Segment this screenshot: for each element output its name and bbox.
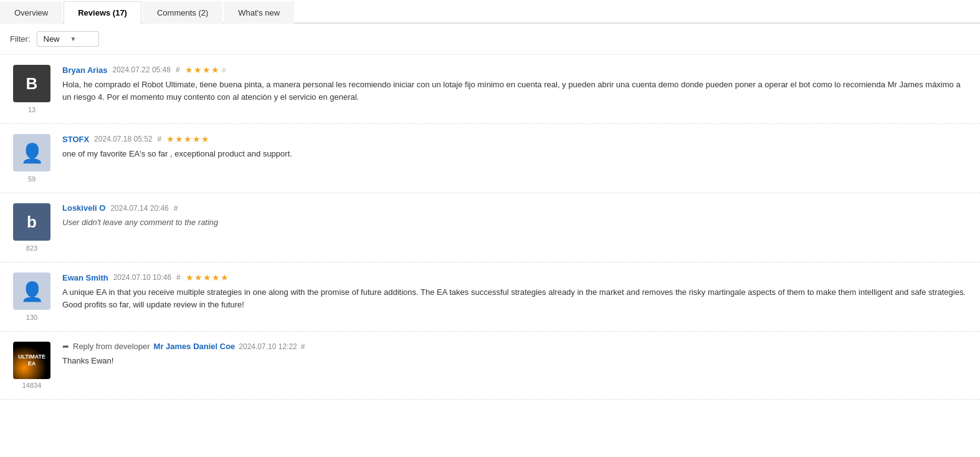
review-text: one of my favorite EA's so far , excepti…	[62, 148, 970, 160]
reply-header: ➦ Reply from developer Mr James Daniel C…	[62, 342, 970, 351]
filter-value: New	[44, 34, 65, 44]
review-text: User didn't leave any comment to the rat…	[62, 216, 970, 229]
review-main: b 823 Loskiveli O 2024.07.14 20:46 # Use…	[10, 203, 970, 252]
avatar-col: 👤 59	[10, 134, 54, 183]
review-text: A unique EA in that you receive multiple…	[62, 286, 970, 310]
tab-comments[interactable]: Comments (2)	[143, 1, 222, 24]
review-header: STOFX 2024.07.18 05:52 # ★★★★★	[62, 134, 970, 144]
star-rating: ★★★★★	[185, 65, 228, 75]
review-content: STOFX 2024.07.18 05:52 # ★★★★★ one of my…	[62, 134, 970, 183]
reply-content: ➦ Reply from developer Mr James Daniel C…	[62, 342, 970, 389]
reviewer-name[interactable]: Bryan Arias	[62, 65, 108, 75]
avatar: b	[13, 203, 50, 241]
review-item: B 13 Bryan Arias 2024.07.22 05:48 # ★★★★…	[0, 55, 980, 124]
review-date: 2024.07.22 05:48	[113, 65, 171, 74]
review-date: 2024.07.14 20:46	[110, 204, 168, 213]
review-hash-link[interactable]: #	[176, 273, 181, 282]
review-content: Ewan Smith 2024.07.10 10:46 # ★★★★★ A un…	[62, 272, 970, 321]
filter-dropdown[interactable]: New ▼	[37, 31, 99, 47]
reviewer-name[interactable]: STOFX	[62, 135, 89, 144]
star-icon: ★	[202, 65, 211, 75]
review-main: B 13 Bryan Arias 2024.07.22 05:48 # ★★★★…	[10, 65, 970, 113]
star-icon: ★	[184, 134, 192, 144]
star-icon: ★	[194, 65, 202, 75]
star-icon: ★	[166, 134, 174, 144]
tab-whatsnew[interactable]: What's new	[224, 1, 294, 24]
star-icon: ★	[203, 272, 211, 282]
avatar: 👤	[13, 272, 50, 310]
filter-bar: Filter: New ▼	[0, 24, 980, 55]
review-date: 2024.07.10 10:46	[113, 273, 171, 282]
star-icon: ★	[175, 134, 183, 144]
avatar-count: 59	[28, 175, 36, 183]
avatar-count: 13	[28, 106, 36, 113]
star-rating: ★★★★★	[166, 134, 209, 144]
review-hash-link[interactable]: #	[174, 204, 178, 213]
review-content: Loskiveli O 2024.07.14 20:46 # User didn…	[62, 203, 970, 252]
avatar-col: B 13	[10, 65, 54, 113]
review-item: 👤 59 STOFX 2024.07.18 05:52 # ★★★★★ one …	[0, 124, 980, 193]
review-header: Bryan Arias 2024.07.22 05:48 # ★★★★★	[62, 65, 970, 75]
avatar-count: 130	[26, 314, 37, 321]
avatar: B	[13, 65, 50, 102]
star-rating: ★★★★★	[186, 272, 229, 282]
avatar-count: 823	[26, 244, 37, 252]
star-icon: ★	[186, 272, 194, 282]
avatar: 👤	[13, 134, 50, 171]
review-item: b 823 Loskiveli O 2024.07.14 20:46 # Use…	[0, 193, 980, 262]
review-text: Hola, he comprado el Robot Ultimate, tie…	[62, 79, 970, 103]
review-hash-link[interactable]: #	[176, 65, 180, 74]
review-hash-link[interactable]: #	[158, 135, 162, 143]
tab-overview[interactable]: Overview	[0, 1, 62, 24]
star-icon: ★	[211, 65, 219, 75]
reply-hash-link[interactable]: #	[301, 342, 305, 351]
reply-from-label: Reply from developer	[73, 342, 150, 351]
star-icon: ★	[220, 65, 228, 75]
reviewer-name[interactable]: Ewan Smith	[62, 273, 108, 282]
star-icon: ★	[201, 134, 209, 144]
star-icon: ★	[185, 65, 193, 75]
tab-reviews[interactable]: Reviews (17)	[64, 1, 141, 24]
reply-item: ULTIMATEEA 14834 ➦ Reply from developer …	[0, 332, 980, 400]
reviewer-name[interactable]: Loskiveli O	[62, 203, 105, 213]
review-main: 👤 59 STOFX 2024.07.18 05:52 # ★★★★★ one …	[10, 134, 970, 183]
review-item: 👤 130 Ewan Smith 2024.07.10 10:46 # ★★★★…	[0, 262, 980, 332]
star-icon: ★	[193, 134, 201, 144]
reviews-list: B 13 Bryan Arias 2024.07.22 05:48 # ★★★★…	[0, 55, 980, 400]
review-main: 👤 130 Ewan Smith 2024.07.10 10:46 # ★★★★…	[10, 272, 970, 321]
reply-date: 2024.07.10 12:22	[239, 342, 297, 351]
filter-label: Filter:	[10, 34, 31, 44]
star-icon: ★	[212, 272, 220, 282]
star-icon: ★	[221, 272, 229, 282]
reply-avatar-col: ULTIMATEEA 14834	[10, 342, 54, 389]
review-date: 2024.07.18 05:52	[94, 135, 152, 143]
reply-text: Thanks Ewan!	[62, 355, 970, 367]
chevron-down-icon: ▼	[70, 36, 92, 42]
review-header: Loskiveli O 2024.07.14 20:46 #	[62, 203, 970, 213]
reply-author[interactable]: Mr James Daniel Coe	[154, 342, 235, 351]
star-icon: ★	[194, 272, 202, 282]
review-content: Bryan Arias 2024.07.22 05:48 # ★★★★★ Hol…	[62, 65, 970, 113]
avatar-col: 👤 130	[10, 272, 54, 321]
avatar-col: b 823	[10, 203, 54, 252]
tabs-bar: Overview Reviews (17) Comments (2) What'…	[0, 0, 980, 24]
reply-avatar-inner: ULTIMATEEA	[13, 342, 50, 379]
review-header: Ewan Smith 2024.07.10 10:46 # ★★★★★	[62, 272, 970, 282]
reply-arrow-icon: ➦	[62, 342, 69, 351]
reply-avatar: ULTIMATEEA	[13, 342, 50, 379]
reply-avatar-count: 14834	[22, 382, 42, 389]
